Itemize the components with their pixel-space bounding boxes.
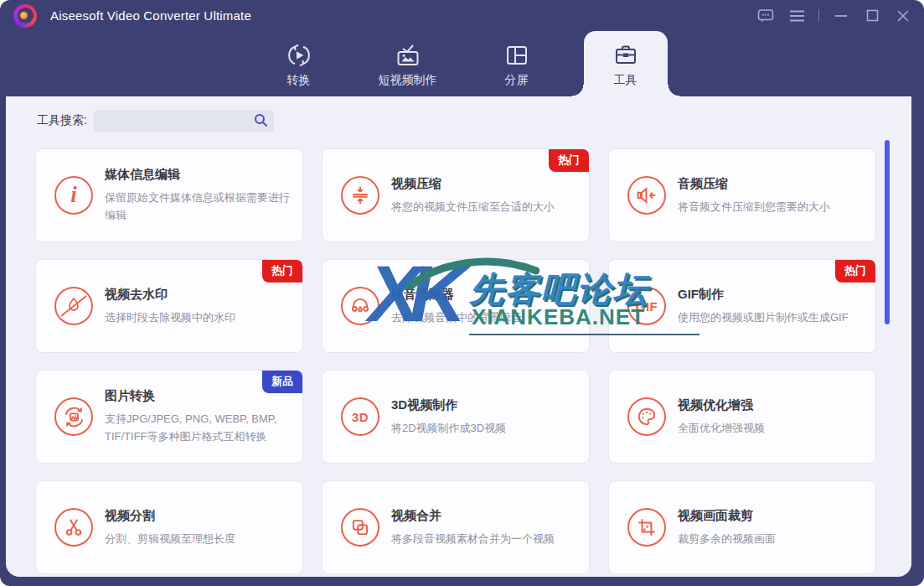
tab-label: 分屏: [505, 73, 529, 88]
tab-short-video[interactable]: 短视频制作: [366, 31, 450, 96]
tool-card-video-cropper[interactable]: 视频画面裁剪 裁剪多余的视频画面: [608, 480, 876, 574]
tool-description: 保留原始文件媒体信息或根据需要进行编辑: [105, 189, 291, 224]
tool-card-media-info-editor[interactable]: i 媒体信息编辑 保留原始文件媒体信息或根据需要进行编辑: [35, 148, 303, 242]
3d-maker-icon: 3D: [341, 397, 379, 436]
image-converter-icon: [54, 397, 93, 436]
tool-card-video-splitter[interactable]: 视频分割 分割、剪辑视频至理想长度: [35, 480, 303, 574]
noise-remover-icon: [341, 287, 379, 325]
tool-title: 视频合并: [391, 508, 582, 524]
tool-search-row: 工具搜索:: [37, 110, 274, 132]
close-icon[interactable]: [894, 7, 912, 25]
tool-title: 视频分割: [105, 508, 296, 524]
tool-description: 去除视频音频中的背景噪音: [391, 309, 577, 326]
split-screen-icon: [504, 42, 529, 69]
search-icon[interactable]: [254, 113, 268, 127]
scrollbar-thumb[interactable]: [885, 140, 890, 324]
tool-description: 将多段音视频素材合并为一个视频: [391, 530, 577, 547]
tool-title: 视频画面裁剪: [678, 508, 869, 524]
tools-panel: 工具搜索: i 媒体信息编辑 保留原始文件媒体信息或根据需要进行编辑: [6, 96, 911, 577]
video-merger-icon: [341, 508, 379, 547]
menu-icon[interactable]: [787, 7, 806, 25]
video-enhancer-icon: [627, 397, 666, 436]
tool-card-video-enhancer[interactable]: 视频优化增强 全面优化增强视频: [608, 370, 876, 464]
tool-card-noise-remover[interactable]: 噪音消除器 去除视频音频中的背景噪音: [322, 259, 590, 353]
video-cropper-icon: [627, 508, 666, 547]
search-input[interactable]: [94, 110, 274, 132]
tool-card-video-compressor[interactable]: 热门 视频压缩 将您的视频文件压缩至合适的大小: [322, 148, 590, 242]
tool-card-watermark-remover[interactable]: 热门 视频去水印 选择时段去除视频中的水印: [35, 259, 303, 353]
tab-label: 短视频制作: [379, 73, 437, 88]
app-window: Aiseesoft Video Converter Ultimate: [0, 0, 924, 586]
maximize-icon[interactable]: [863, 7, 881, 25]
tool-card-image-converter[interactable]: 新品 图片转换 支持JPG/JPEG, PNG, WEBP, BMP, TIF/…: [35, 370, 303, 464]
window-controls: [756, 7, 912, 25]
tab-split-screen[interactable]: 分屏: [475, 31, 559, 96]
tool-title: 视频去水印: [105, 287, 296, 303]
tool-title: 3D视频制作: [391, 397, 582, 413]
tool-card-video-merger[interactable]: 视频合并 将多段音视频素材合并为一个视频: [322, 480, 590, 574]
video-compress-icon: [341, 176, 379, 215]
tool-title: GIF制作: [678, 287, 869, 303]
convert-icon: [286, 42, 312, 69]
video-splitter-icon: [54, 508, 93, 547]
hot-badge: 热门: [835, 260, 875, 283]
search-label: 工具搜索:: [37, 113, 87, 128]
app-title: Aiseesoft Video Converter Ultimate: [50, 8, 251, 23]
tool-card-gif-maker[interactable]: 热门 GIF GIF制作 使用您的视频或图片制作或生成GIF: [608, 259, 876, 353]
watermark-remover-icon: [54, 287, 93, 325]
new-badge: 新品: [262, 371, 302, 393]
tool-description: 裁剪多余的视频画面: [678, 530, 864, 547]
titlebar: Aiseesoft Video Converter Ultimate: [0, 0, 924, 31]
minimize-icon[interactable]: [832, 7, 850, 25]
feedback-icon[interactable]: [756, 7, 775, 25]
tool-description: 使用您的视频或图片制作或生成GIF: [678, 309, 864, 326]
tool-title: 视频优化增强: [678, 397, 869, 413]
tool-title: 音频压缩: [678, 176, 869, 192]
audio-compress-icon: [627, 176, 666, 215]
tool-description: 将2D视频制作成3D视频: [391, 419, 577, 437]
short-video-icon: [395, 42, 421, 69]
gif-maker-icon: GIF: [627, 287, 666, 325]
tab-label: 转换: [287, 73, 311, 88]
tab-tools[interactable]: 工具: [584, 31, 668, 96]
tab-convert[interactable]: 转换: [257, 31, 341, 96]
app-logo-icon: [13, 4, 37, 28]
main-nav: 转换 短视频制作 分屏: [0, 31, 924, 96]
tool-title: 媒体信息编辑: [105, 167, 296, 183]
tool-description: 选择时段去除视频中的水印: [105, 309, 291, 326]
tool-description: 支持JPG/JPEG, PNG, WEBP, BMP, TIF/TIFF等多种图…: [105, 410, 291, 445]
tool-card-audio-compressor[interactable]: 音频压缩 将音频文件压缩到您需要的大小: [608, 148, 876, 242]
tool-description: 将音频文件压缩到您需要的大小: [678, 198, 864, 215]
tab-label: 工具: [614, 73, 638, 88]
hot-badge: 热门: [549, 149, 589, 172]
info-icon: i: [54, 176, 93, 215]
hot-badge: 热门: [262, 260, 302, 283]
tool-description: 分割、剪辑视频至理想长度: [105, 530, 291, 547]
titlebar-separator: [818, 9, 819, 22]
tool-description: 全面优化增强视频: [678, 419, 864, 437]
tool-card-3d-maker[interactable]: 3D 3D视频制作 将2D视频制作成3D视频: [322, 370, 590, 464]
tool-title: 噪音消除器: [391, 287, 582, 303]
tool-description: 将您的视频文件压缩至合适的大小: [391, 198, 577, 215]
tool-title: 视频压缩: [391, 176, 582, 192]
toolbox-icon: [613, 42, 638, 69]
tools-grid: i 媒体信息编辑 保留原始文件媒体信息或根据需要进行编辑 热门 视频: [35, 148, 876, 574]
